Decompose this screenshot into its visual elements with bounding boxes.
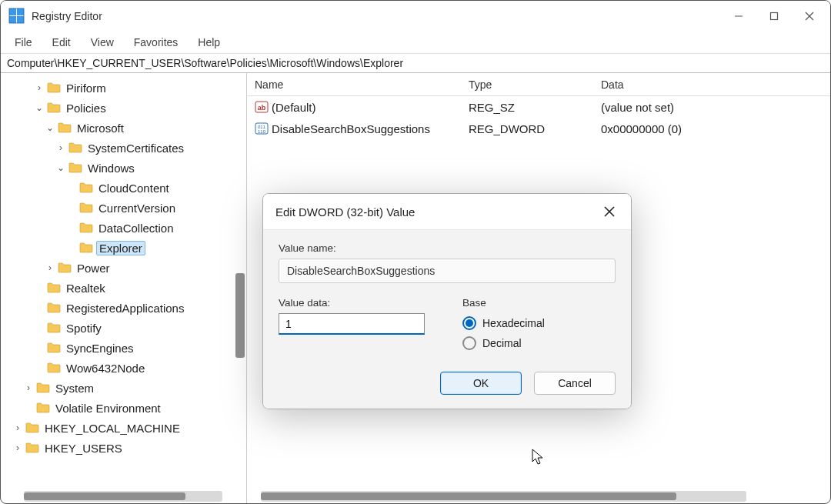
list-horizontal-scrollbar[interactable] — [261, 491, 746, 502]
chevron-right-icon[interactable]: › — [55, 142, 67, 153]
tree-item[interactable]: ›SystemCertificates — [1, 138, 246, 158]
chevron-right-icon[interactable]: › — [44, 262, 56, 273]
column-header-data[interactable]: Data — [593, 78, 830, 91]
tree-item-label: HKEY_USERS — [45, 442, 122, 455]
content-area: ›Piriform⌄Policies⌄Microsoft›SystemCerti… — [1, 73, 830, 503]
value-name-field[interactable]: DisableSearchBoxSuggestions — [279, 259, 616, 283]
value-name-label: Value name: — [279, 242, 616, 254]
folder-icon — [36, 382, 50, 393]
tree-item[interactable]: ⌄Policies — [1, 98, 246, 118]
chevron-right-icon[interactable]: › — [12, 422, 24, 433]
binary-value-icon: 011110 — [255, 122, 269, 135]
svg-rect-2 — [9, 16, 16, 23]
tree-item[interactable]: Explorer — [1, 238, 246, 258]
tree-item[interactable]: ›System — [1, 378, 246, 398]
tree-item[interactable]: ›HKEY_LOCAL_MACHINE — [1, 418, 246, 438]
app-icon — [8, 8, 25, 25]
folder-icon — [47, 282, 61, 293]
folder-icon — [58, 122, 72, 133]
folder-icon — [79, 182, 93, 193]
chevron-right-icon[interactable]: › — [12, 442, 24, 453]
tree-item-label: Wow6432Node — [66, 362, 145, 375]
folder-icon — [58, 262, 72, 273]
svg-rect-0 — [9, 8, 16, 15]
tree-item[interactable]: CurrentVersion — [1, 198, 246, 218]
folder-icon — [79, 202, 93, 213]
chevron-down-icon[interactable]: ⌄ — [44, 122, 56, 133]
chevron-right-icon[interactable]: › — [33, 82, 45, 93]
tree-item[interactable]: ›HKEY_USERS — [1, 438, 246, 458]
menu-view[interactable]: View — [82, 33, 123, 52]
registry-tree: ›Piriform⌄Policies⌄Microsoft›SystemCerti… — [1, 78, 246, 458]
cancel-button[interactable]: Cancel — [534, 372, 616, 395]
tree-item-label: CloudContent — [98, 182, 169, 195]
tree-item[interactable]: Wow6432Node — [1, 358, 246, 378]
tree-item-label: Microsoft — [77, 122, 124, 135]
svg-text:ab: ab — [258, 104, 266, 112]
string-value-icon: ab — [255, 100, 269, 114]
value-data-input[interactable] — [279, 313, 425, 335]
titlebar: Registry Editor — [1, 1, 830, 32]
address-text: Computer\HKEY_CURRENT_USER\Software\Poli… — [7, 57, 403, 69]
folder-icon — [47, 322, 61, 333]
folder-icon — [47, 342, 61, 353]
minimize-button[interactable] — [721, 5, 756, 28]
tree-horizontal-scrollbar[interactable] — [24, 491, 222, 502]
radio-icon — [462, 316, 476, 330]
column-header-name[interactable]: Name — [247, 78, 461, 91]
tree-item[interactable]: ›Piriform — [1, 78, 246, 98]
radio-dec-label: Decimal — [482, 337, 522, 349]
radio-hexadecimal[interactable]: Hexadecimal — [462, 313, 616, 333]
chevron-right-icon[interactable]: › — [22, 382, 35, 393]
address-bar[interactable]: Computer\HKEY_CURRENT_USER\Software\Poli… — [1, 53, 830, 73]
menubar: File Edit View Favorites Help — [1, 32, 830, 53]
column-header-type[interactable]: Type — [461, 78, 593, 91]
tree-item-label: Realtek — [66, 282, 105, 295]
folder-icon — [25, 422, 39, 433]
list-row[interactable]: ab(Default)REG_SZ(value not set) — [247, 96, 830, 118]
tree-item[interactable]: ›Power — [1, 258, 246, 278]
chevron-down-icon[interactable]: ⌄ — [55, 162, 67, 173]
tree-item-label: Policies — [66, 102, 106, 115]
tree-item[interactable]: CloudContent — [1, 178, 246, 198]
tree-item[interactable]: Realtek — [1, 278, 246, 298]
menu-favorites[interactable]: Favorites — [125, 33, 188, 52]
tree-item-label: Spotify — [66, 322, 102, 335]
dialog-close-button[interactable] — [600, 202, 619, 221]
tree-vertical-scrollbar[interactable] — [235, 273, 245, 358]
close-button[interactable] — [792, 5, 827, 28]
folder-icon — [68, 142, 82, 153]
radio-hex-label: Hexadecimal — [482, 317, 545, 329]
tree-item-label: SystemCertificates — [88, 142, 184, 155]
base-label: Base — [462, 297, 616, 309]
tree-item-label: DataCollection — [98, 222, 174, 235]
tree-item[interactable]: SyncEngines — [1, 338, 246, 358]
tree-pane[interactable]: ›Piriform⌄Policies⌄Microsoft›SystemCerti… — [1, 73, 247, 503]
svg-text:110: 110 — [258, 129, 266, 134]
tree-item[interactable]: Spotify — [1, 318, 246, 338]
radio-decimal[interactable]: Decimal — [462, 333, 616, 353]
window-title: Registry Editor — [32, 10, 721, 22]
value-data: (value not set) — [601, 101, 674, 114]
menu-file[interactable]: File — [5, 33, 42, 52]
tree-item-label: CurrentVersion — [98, 202, 175, 215]
tree-item[interactable]: RegisteredApplications — [1, 298, 246, 318]
menu-help[interactable]: Help — [189, 33, 229, 52]
value-data-label: Value data: — [279, 297, 432, 309]
folder-icon — [36, 402, 50, 413]
ok-button[interactable]: OK — [440, 372, 522, 395]
tree-item[interactable]: ⌄Microsoft — [1, 118, 246, 138]
menu-edit[interactable]: Edit — [43, 33, 80, 52]
window-controls — [721, 5, 827, 28]
dialog-titlebar: Edit DWORD (32-bit) Value — [263, 194, 631, 229]
tree-item[interactable]: ⌄Windows — [1, 158, 246, 178]
tree-item[interactable]: DataCollection — [1, 218, 246, 238]
maximize-button[interactable] — [756, 5, 792, 28]
list-row[interactable]: 011110DisableSearchBoxSuggestionsREG_DWO… — [247, 118, 830, 139]
tree-item[interactable]: Volatile Environment — [1, 398, 246, 418]
folder-icon — [25, 442, 39, 453]
chevron-down-icon[interactable]: ⌄ — [33, 102, 45, 113]
folder-icon — [79, 222, 93, 233]
tree-item-label: RegisteredApplications — [66, 302, 184, 315]
value-type: REG_DWORD — [469, 122, 545, 135]
